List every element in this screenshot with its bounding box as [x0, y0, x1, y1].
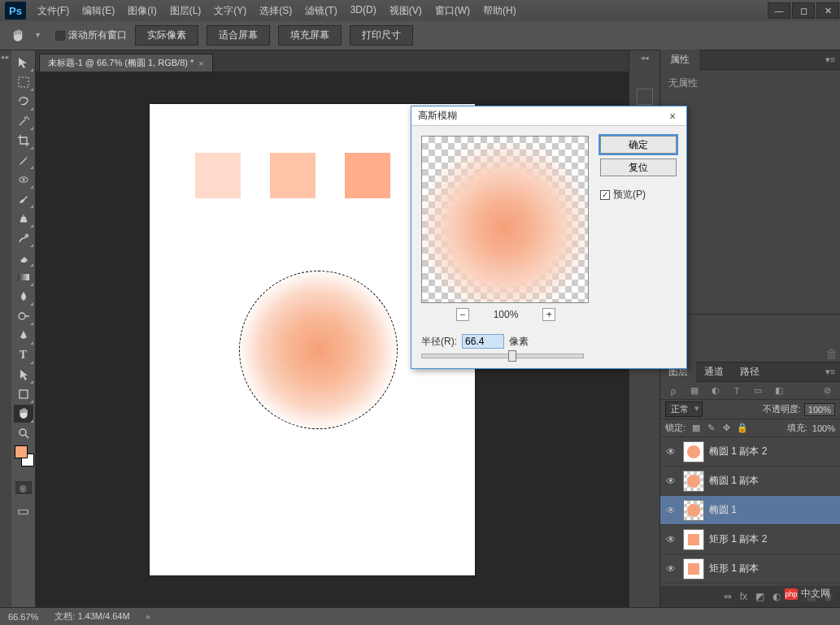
lasso-tool[interactable] [14, 93, 33, 111]
visibility-toggle-icon[interactable]: 👁 [664, 563, 678, 575]
actual-pixels-button[interactable]: 实际像素 [135, 25, 198, 46]
zoom-in-button[interactable]: + [542, 308, 555, 321]
layer-row[interactable]: 👁椭圆 1 副本 2 [660, 437, 840, 467]
layer-row[interactable]: 👁椭圆 1 副本 [660, 467, 840, 496]
marquee-tool[interactable] [14, 73, 33, 91]
dodge-tool[interactable] [14, 307, 33, 325]
layer-name[interactable]: 椭圆 1 副本 [709, 474, 759, 488]
visibility-toggle-icon[interactable]: 👁 [664, 505, 678, 516]
window-minimize[interactable]: — [768, 2, 790, 19]
window-close[interactable]: ✕ [816, 2, 839, 19]
layer-name[interactable]: 椭圆 1 副本 2 [709, 445, 767, 458]
menu-filter[interactable]: 滤镜(T) [298, 0, 343, 22]
layer-name[interactable]: 矩形 1 副本 [709, 562, 759, 575]
move-tool[interactable] [14, 54, 33, 72]
visibility-toggle-icon[interactable]: 👁 [664, 446, 678, 458]
visibility-toggle-icon[interactable]: 👁 [664, 534, 678, 545]
dialog-close-button[interactable]: × [665, 110, 680, 123]
tab-properties[interactable]: 属性 [660, 50, 699, 70]
lock-pixels-icon[interactable]: ✎ [706, 423, 716, 433]
eraser-tool[interactable] [14, 249, 33, 267]
clone-stamp-tool[interactable] [14, 210, 33, 228]
screen-mode-button[interactable]: ▭ [15, 502, 33, 519]
color-swatches[interactable] [13, 449, 34, 470]
layer-name[interactable]: 矩形 1 副本 2 [709, 532, 767, 546]
menu-layer[interactable]: 图层(L) [163, 0, 208, 22]
properties-panel-menu-icon[interactable]: ▾≡ [820, 51, 840, 68]
menu-select[interactable]: 选择(S) [253, 0, 298, 22]
gaussian-blur-dialog[interactable]: 高斯模糊 × − 100% + 半径(R): 像素 确定 复位 [411, 106, 687, 369]
layer-thumbnail[interactable] [683, 471, 704, 492]
tab-channels[interactable]: 通道 [696, 362, 732, 382]
trash-icon[interactable]: 🗑 [825, 347, 837, 358]
hand-tool-icon[interactable] [8, 26, 28, 46]
toolbox-expand-icon[interactable]: ▸▸ [2, 53, 10, 63]
radius-input[interactable] [462, 334, 504, 349]
menu-edit[interactable]: 编辑(E) [76, 0, 121, 22]
zoom-out-button[interactable]: − [456, 308, 469, 321]
foreground-color[interactable] [15, 445, 28, 458]
blend-mode-dropdown[interactable]: 正常 [665, 401, 703, 417]
brush-tool[interactable] [14, 190, 33, 208]
dialog-preview[interactable] [421, 136, 589, 303]
preview-checkbox[interactable]: ✓ 预览(P) [600, 188, 677, 202]
menu-help[interactable]: 帮助(H) [477, 0, 523, 22]
lock-transparent-icon[interactable]: ▩ [690, 423, 701, 433]
history-brush-tool[interactable] [14, 229, 33, 247]
filter-type-icon[interactable]: T [730, 386, 743, 396]
filter-kind-dropdown[interactable]: ρ [667, 386, 680, 396]
filter-adjust-icon[interactable]: ◐ [709, 385, 722, 396]
menu-type[interactable]: 文字(Y) [207, 0, 253, 22]
link-layers-icon[interactable]: ⇔ [724, 591, 732, 602]
filter-pixel-icon[interactable]: ▦ [688, 385, 701, 396]
menu-file[interactable]: 文件(F) [31, 0, 76, 22]
lock-position-icon[interactable]: ✥ [721, 423, 732, 433]
fill-value[interactable]: 100% [812, 423, 835, 433]
layer-thumbnail[interactable] [683, 529, 704, 550]
type-tool[interactable]: T [14, 346, 33, 364]
blur-tool[interactable] [14, 288, 33, 306]
healing-brush-tool[interactable] [14, 171, 33, 189]
zoom-tool[interactable] [14, 424, 33, 442]
hand-tool[interactable] [14, 405, 33, 423]
mask-icon[interactable]: ◩ [755, 591, 764, 602]
opacity-value[interactable]: 100% [804, 403, 835, 416]
layers-panel-menu-icon[interactable]: ▾≡ [820, 363, 840, 380]
close-tab-icon[interactable]: × [198, 59, 203, 68]
print-size-button[interactable]: 打印尺寸 [350, 25, 413, 46]
dialog-titlebar[interactable]: 高斯模糊 × [411, 106, 686, 126]
tool-preset-dropdown[interactable]: ▾ [36, 30, 47, 41]
magic-wand-tool[interactable] [14, 112, 33, 130]
filter-shape-icon[interactable]: ▭ [751, 385, 764, 396]
zoom-readout[interactable]: 66.67% [8, 612, 38, 622]
gradient-tool[interactable] [14, 268, 33, 286]
slider-knob[interactable] [508, 350, 516, 362]
tab-paths[interactable]: 路径 [732, 362, 768, 382]
layer-name[interactable]: 椭圆 1 [709, 503, 737, 517]
visibility-toggle-icon[interactable]: 👁 [664, 475, 678, 487]
panel-strip-chevron-icon[interactable]: ◂◂ [641, 54, 649, 65]
shape-tool[interactable] [14, 385, 33, 403]
quick-mask-toggle[interactable]: ◎ [15, 481, 32, 494]
ok-button[interactable]: 确定 [600, 136, 677, 154]
menu-window[interactable]: 窗口(W) [429, 0, 477, 22]
layer-row[interactable]: 👁椭圆 1 [660, 496, 840, 525]
fx-icon[interactable]: fx [740, 591, 747, 602]
fit-screen-button[interactable]: 适合屏幕 [207, 25, 270, 46]
layer-thumbnail[interactable] [683, 500, 704, 521]
layer-thumbnail[interactable] [683, 441, 704, 462]
menu-view[interactable]: 视图(V) [383, 0, 429, 22]
filter-smart-icon[interactable]: ◧ [773, 385, 786, 396]
menu-image[interactable]: 图像(I) [121, 0, 163, 22]
pen-tool[interactable] [14, 327, 33, 345]
menu-3d[interactable]: 3D(D) [344, 0, 383, 22]
status-menu-icon[interactable]: ▸ [146, 611, 151, 622]
document-tab[interactable]: 未标题-1 @ 66.7% (椭圆 1, RGB/8) * × [39, 54, 213, 72]
layer-row[interactable]: 👁矩形 1 副本 2 [660, 525, 840, 554]
layers-list[interactable]: 👁椭圆 1 副本 2👁椭圆 1 副本👁椭圆 1👁矩形 1 副本 2👁矩形 1 副… [660, 437, 840, 586]
filter-toggle-icon[interactable]: ⊘ [820, 385, 833, 396]
fill-screen-button[interactable]: 填充屏幕 [278, 25, 342, 46]
crop-tool[interactable] [14, 132, 33, 150]
window-maximize[interactable]: ◻ [792, 2, 815, 19]
eyedropper-tool[interactable] [14, 151, 33, 169]
